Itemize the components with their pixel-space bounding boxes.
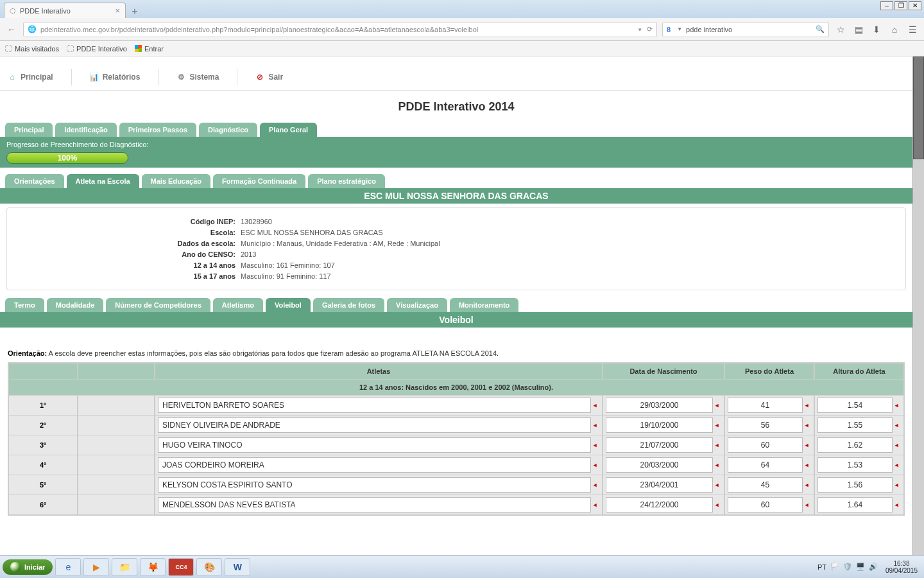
validation-flag-icon: ◂ <box>893 442 901 448</box>
athlete-dob-input[interactable] <box>606 398 713 413</box>
taskbar-explorer[interactable]: 📁 <box>112 558 137 576</box>
tab-orientacoes[interactable]: Orientações <box>5 174 64 188</box>
tab-visualizacao[interactable]: Visualizaçao <box>387 298 447 312</box>
dropdown-icon[interactable]: ▾ <box>638 26 642 33</box>
tab-voleibol[interactable]: Voleibol <box>266 298 311 312</box>
athlete-weight-input[interactable] <box>728 398 803 413</box>
tab-termo[interactable]: Termo <box>5 298 44 312</box>
tab-num-competidores[interactable]: Número de Competidores <box>106 298 210 312</box>
bookmark-pdde[interactable]: PDDE Interativo <box>67 45 127 53</box>
athlete-weight-input[interactable] <box>728 457 803 473</box>
search-icon[interactable]: 🔍 <box>816 25 825 33</box>
taskbar-media-player[interactable]: ▶ <box>83 558 109 576</box>
tab-modalidade[interactable]: Modalidade <box>47 298 104 312</box>
taskbar-firefox[interactable]: 🦊 <box>140 558 166 576</box>
athlete-height-input[interactable] <box>817 457 893 473</box>
window-close-button[interactable]: ✕ <box>909 1 921 10</box>
tab-close-icon[interactable]: × <box>115 6 120 15</box>
athlete-height-input[interactable] <box>817 497 893 512</box>
tray-language[interactable]: PT <box>817 563 826 571</box>
athlete-weight-input[interactable] <box>728 497 803 512</box>
bookmark-most-visited[interactable]: Mais visitados <box>5 45 59 53</box>
search-engine-dropdown-icon[interactable]: ▼ <box>677 26 682 32</box>
athlete-height-input[interactable] <box>817 437 893 453</box>
taskbar-cc4[interactable]: CC4 <box>168 558 194 576</box>
tray-volume-icon[interactable]: 🔊 <box>869 563 878 571</box>
downloads-icon[interactable]: ⬇ <box>870 23 883 36</box>
home-icon[interactable]: ⌂ <box>888 23 901 36</box>
tab-formacao[interactable]: Formação Continuada <box>213 174 305 188</box>
tab-monitoramento[interactable]: Monitoramento <box>450 298 518 312</box>
athlete-name-input[interactable] <box>158 437 591 453</box>
tab-principal[interactable]: Principal <box>5 123 53 137</box>
tab-atleta-escola[interactable]: Atleta na Escola <box>67 174 139 188</box>
table-row: 3º◂◂◂◂ <box>8 435 904 455</box>
tab-mais-educacao[interactable]: Mais Educação <box>142 174 210 188</box>
tab-plano-estrategico[interactable]: Plano estratégico <box>308 174 385 188</box>
window-minimize-button[interactable]: – <box>880 1 893 10</box>
athlete-dob-input[interactable] <box>606 437 713 453</box>
table-row: 2º◂◂◂◂ <box>8 416 904 435</box>
tab-primeiros-passos[interactable]: Primeiros Passos <box>119 123 196 137</box>
reload-icon[interactable]: ⟳ <box>647 25 653 33</box>
nav-sistema[interactable]: ⚙Sistema <box>176 73 219 82</box>
athlete-dob-input[interactable] <box>606 497 713 512</box>
athlete-name-input[interactable] <box>158 497 591 512</box>
bookmark-entrar[interactable]: Entrar <box>135 45 164 53</box>
page-scrollbar[interactable] <box>912 57 924 555</box>
nav-relatorios[interactable]: 📊Relatórios <box>90 73 141 82</box>
athlete-height-input[interactable] <box>817 417 893 433</box>
tab-diagnostico[interactable]: Diagnóstico <box>199 123 257 137</box>
library-icon[interactable]: ▤ <box>852 23 865 36</box>
orientation-note: Orientação: A escola deve preencher esta… <box>0 344 912 362</box>
tray-network-icon[interactable]: 🖥️ <box>856 563 865 571</box>
new-tab-button[interactable]: + <box>128 6 141 18</box>
athlete-name-input[interactable] <box>158 477 591 493</box>
table-header: Atletas Data de Nascimento Peso do Atlet… <box>8 363 904 380</box>
validation-flag-icon: ◂ <box>803 462 811 468</box>
athlete-dob-input[interactable] <box>606 457 713 473</box>
tab-galeria[interactable]: Galeria de fotos <box>313 298 384 312</box>
athlete-name-input[interactable] <box>158 457 591 473</box>
athlete-height-input[interactable] <box>817 477 893 493</box>
athlete-dob-input[interactable] <box>606 477 713 493</box>
page-viewport: ⌂Principal 📊Relatórios ⚙Sistema ⊘Sair PD… <box>0 57 924 555</box>
back-button[interactable]: ← <box>5 23 18 36</box>
url-text: pdeinterativo.mec.gov.br/pddeinterativo/… <box>40 26 478 33</box>
validation-flag-icon: ◂ <box>803 422 811 428</box>
taskbar-paint[interactable]: 🎨 <box>196 558 222 576</box>
athlete-name-input[interactable] <box>158 398 591 413</box>
gear-icon: ⚙ <box>176 73 185 82</box>
taskbar-word[interactable]: W <box>225 558 250 576</box>
search-engine-icon: 8 <box>667 26 671 33</box>
search-box[interactable]: 8 ▼ pdde interativo 🔍 <box>662 22 829 37</box>
athlete-height-input[interactable] <box>817 398 893 413</box>
menu-icon[interactable]: ☰ <box>906 23 919 36</box>
nav-sair[interactable]: ⊘Sair <box>255 73 283 82</box>
row-number: 2º <box>8 416 78 435</box>
start-button[interactable]: Iniciar <box>3 559 53 575</box>
athlete-name-input[interactable] <box>158 417 591 433</box>
validation-flag-icon: ◂ <box>591 422 599 428</box>
tray-flag-icon[interactable]: 🏳️ <box>830 563 839 571</box>
tray-shield-icon[interactable]: 🛡️ <box>843 563 852 571</box>
tab-identificacao[interactable]: Identificação <box>55 123 116 137</box>
row-number: 6º <box>8 495 78 515</box>
bookmark-star-icon[interactable]: ☆ <box>834 23 847 36</box>
tab-atletismo[interactable]: Atletismo <box>213 298 263 312</box>
scrollbar-thumb[interactable] <box>913 57 924 159</box>
nav-principal[interactable]: ⌂Principal <box>8 73 53 82</box>
url-bar[interactable]: 🌐 pdeinterativo.mec.gov.br/pddeinterativ… <box>23 22 657 37</box>
taskbar-ie[interactable]: e <box>55 558 81 576</box>
row-photo-cell <box>78 475 155 495</box>
tray-clock[interactable]: 16:38 09/04/2015 <box>882 560 921 574</box>
window-restore-button[interactable]: ❐ <box>894 1 907 10</box>
validation-flag-icon: ◂ <box>591 502 599 508</box>
tab-plano-geral[interactable]: Plano Geral <box>260 123 317 137</box>
athlete-weight-input[interactable] <box>728 437 803 453</box>
athlete-dob-input[interactable] <box>606 417 713 433</box>
athlete-weight-input[interactable] <box>728 477 803 493</box>
browser-tab[interactable]: ◌ PDDE Interativo × <box>4 3 126 18</box>
athlete-weight-input[interactable] <box>728 417 803 433</box>
validation-flag-icon: ◂ <box>591 402 599 408</box>
